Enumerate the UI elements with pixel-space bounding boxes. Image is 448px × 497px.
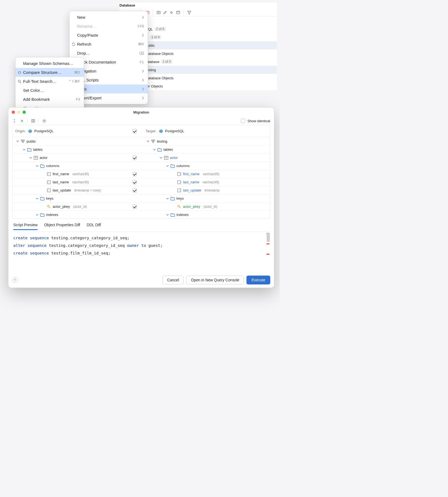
gear-icon[interactable]	[42, 119, 46, 123]
origin-label: Origin:	[15, 129, 26, 133]
col-t-icon	[177, 172, 181, 176]
row-checkbox[interactable]	[132, 172, 137, 176]
chevron-right-icon	[142, 87, 144, 91]
jump-icon[interactable]	[169, 10, 174, 15]
row-checkbox[interactable]	[132, 156, 137, 160]
help-button[interactable]: ?	[12, 277, 18, 283]
svg-rect-23	[33, 119, 35, 122]
menu-item[interactable]: Add BookmarkF3	[15, 95, 84, 104]
node-detail: timestamp = now()	[74, 188, 101, 192]
caret-icon[interactable]	[42, 189, 45, 192]
caret-icon[interactable]	[166, 213, 169, 216]
caret-icon[interactable]	[166, 197, 169, 200]
show-identical-checkbox[interactable]	[241, 119, 245, 123]
svg-point-29	[160, 130, 160, 131]
menu-item[interactable]: Full-Text Search…⌃⇧⌘F	[15, 77, 84, 86]
compare-row[interactable]: last_namevarchar(45)last_namevarchar(45)	[12, 178, 270, 186]
node-label: actor_pkey	[183, 205, 200, 209]
caret-icon[interactable]	[16, 140, 19, 143]
caret-icon[interactable]	[173, 189, 175, 192]
caret-icon[interactable]	[173, 173, 175, 175]
svg-rect-44	[47, 181, 48, 184]
open-console-button[interactable]: Open in New Query Console	[186, 276, 244, 284]
compare-row[interactable]: actor_pkey(actor_id)actor_pkey(actor_id)	[12, 202, 270, 210]
col-t-icon	[177, 188, 181, 193]
chevron-right-icon	[142, 96, 144, 100]
caret-icon[interactable]	[147, 140, 149, 143]
compare-row[interactable]: publictesting	[12, 137, 270, 145]
code-line: alter sequence testing.category_category…	[13, 242, 264, 249]
compare-icon[interactable]	[31, 119, 35, 123]
caret-icon[interactable]	[36, 165, 39, 167]
caret-icon[interactable]	[42, 173, 45, 175]
compare-row[interactable]: tablestables	[12, 145, 270, 153]
cancel-button[interactable]: Cancel	[163, 276, 184, 284]
row-checkbox[interactable]	[132, 180, 137, 184]
execute-button[interactable]: Execute	[247, 276, 270, 284]
table-icon[interactable]	[156, 10, 161, 15]
shortcut-label: ⇧F6	[137, 24, 144, 28]
filter-icon[interactable]	[187, 10, 191, 15]
svg-point-27	[31, 130, 31, 131]
db-row-label: Database Objects	[146, 76, 173, 80]
collapse-icon[interactable]	[20, 119, 24, 123]
tab-script-preview[interactable]: Script Preview	[13, 223, 37, 230]
menu-item[interactable]: New	[70, 13, 148, 22]
folder-icon	[40, 164, 45, 168]
svg-rect-40	[47, 172, 48, 176]
select-all-checkbox[interactable]	[132, 129, 137, 133]
svg-point-28	[159, 130, 163, 133]
context-menu-tools[interactable]: Manage Shown Schemas…Compare Structure…⌘…	[15, 57, 84, 115]
node-label: columns	[46, 164, 59, 168]
tab-ddl-diff[interactable]: DDL Diff	[87, 223, 101, 230]
tab-object-properties-diff[interactable]: Object Properties Diff	[44, 223, 80, 230]
edit-icon[interactable]	[163, 10, 167, 15]
caret-icon[interactable]	[173, 205, 175, 208]
caret-icon[interactable]	[42, 205, 45, 208]
caret-icon[interactable]	[173, 181, 175, 184]
script-preview-code[interactable]: create sequence testing.category_categor…	[12, 232, 270, 272]
menu-item[interactable]: Manage Shown Schemas…	[15, 59, 84, 68]
compare-row[interactable]: keyskeys	[12, 194, 270, 202]
folder-icon	[40, 196, 45, 201]
menu-item[interactable]: Compare Structure…⌘D	[15, 68, 84, 77]
compare-row[interactable]: first_namevarchar(45)first_namevarchar(4…	[12, 170, 270, 178]
caret-icon[interactable]	[166, 165, 169, 167]
expand-collapse-icon[interactable]	[12, 119, 17, 123]
migration-dialog: Migration Show identical Origin: Postgre…	[8, 107, 274, 288]
compare-row[interactable]: columnscolumns	[12, 162, 270, 170]
schema-icon	[21, 139, 25, 143]
svg-point-21	[18, 80, 20, 82]
node-label: last_name	[183, 180, 199, 184]
node-detail: varchar(45)	[72, 180, 89, 184]
svg-rect-35	[153, 140, 155, 141]
caret-icon[interactable]	[36, 197, 39, 200]
menu-item: Rename…⇧F6	[70, 22, 148, 31]
target-value: PostgreSQL	[165, 129, 184, 133]
node-label: tables	[163, 147, 173, 152]
svg-rect-48	[47, 189, 48, 192]
menu-item[interactable]: Drop…	[70, 49, 148, 58]
shortcut-label: ⌃⇧⌘F	[68, 79, 80, 83]
menu-item[interactable]: Set Color…	[15, 86, 84, 95]
caret-icon[interactable]	[29, 156, 32, 159]
svg-point-26	[29, 130, 30, 131]
caret-icon[interactable]	[153, 148, 156, 151]
menu-item[interactable]: Copy/Paste	[70, 31, 148, 40]
key-icon	[47, 205, 51, 209]
window-icon[interactable]	[176, 10, 180, 15]
scrollbar-thumb[interactable]	[267, 232, 270, 242]
svg-rect-33	[22, 141, 24, 143]
menu-item[interactable]: Refresh⌘R	[70, 40, 148, 49]
row-checkbox[interactable]	[132, 188, 137, 193]
row-checkbox[interactable]	[132, 205, 137, 209]
compare-row[interactable]: indexesindexes	[12, 210, 270, 219]
folder-icon	[171, 164, 175, 168]
svg-rect-31	[21, 140, 23, 141]
caret-icon[interactable]	[23, 148, 26, 151]
caret-icon[interactable]	[36, 213, 39, 216]
caret-icon[interactable]	[160, 156, 162, 159]
caret-icon[interactable]	[42, 181, 45, 184]
compare-row[interactable]: last_updatetimestamp = now()last_updatet…	[12, 186, 270, 194]
compare-row[interactable]: actoractor	[12, 153, 270, 162]
